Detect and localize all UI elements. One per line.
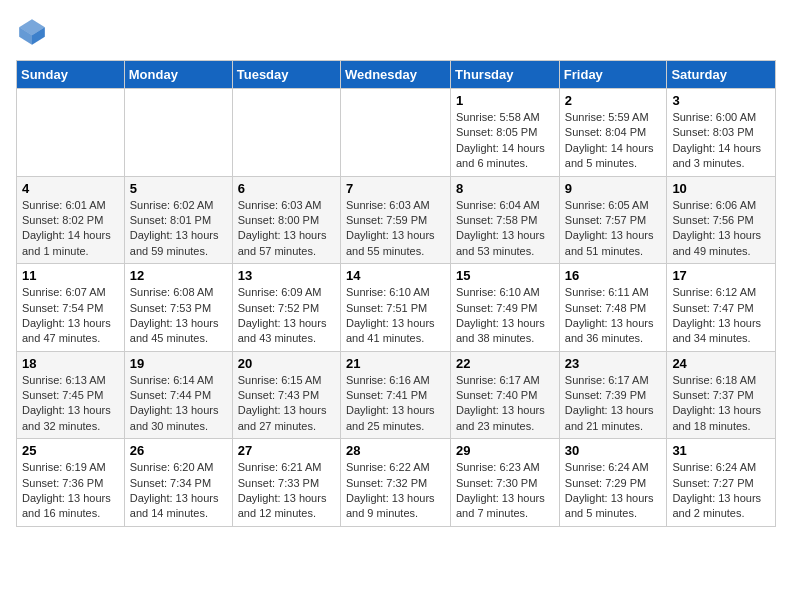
calendar-table: SundayMondayTuesdayWednesdayThursdayFrid…	[16, 60, 776, 527]
day-number: 6	[238, 181, 335, 196]
calendar-cell: 9Sunrise: 6:05 AM Sunset: 7:57 PM Daylig…	[559, 176, 667, 264]
calendar-cell: 25Sunrise: 6:19 AM Sunset: 7:36 PM Dayli…	[17, 439, 125, 527]
day-number: 19	[130, 356, 227, 371]
calendar-cell: 3Sunrise: 6:00 AM Sunset: 8:03 PM Daylig…	[667, 89, 776, 177]
calendar-cell: 6Sunrise: 6:03 AM Sunset: 8:00 PM Daylig…	[232, 176, 340, 264]
day-number: 23	[565, 356, 662, 371]
day-info: Sunrise: 6:15 AM Sunset: 7:43 PM Dayligh…	[238, 373, 335, 435]
day-number: 15	[456, 268, 554, 283]
weekday-header: Monday	[124, 61, 232, 89]
day-info: Sunrise: 6:09 AM Sunset: 7:52 PM Dayligh…	[238, 285, 335, 347]
day-number: 9	[565, 181, 662, 196]
calendar-cell: 4Sunrise: 6:01 AM Sunset: 8:02 PM Daylig…	[17, 176, 125, 264]
day-number: 18	[22, 356, 119, 371]
day-number: 2	[565, 93, 662, 108]
calendar-cell	[340, 89, 450, 177]
day-info: Sunrise: 6:11 AM Sunset: 7:48 PM Dayligh…	[565, 285, 662, 347]
calendar-cell: 31Sunrise: 6:24 AM Sunset: 7:27 PM Dayli…	[667, 439, 776, 527]
logo-icon	[16, 16, 48, 48]
day-number: 14	[346, 268, 445, 283]
day-number: 29	[456, 443, 554, 458]
day-info: Sunrise: 6:08 AM Sunset: 7:53 PM Dayligh…	[130, 285, 227, 347]
calendar-week-row: 25Sunrise: 6:19 AM Sunset: 7:36 PM Dayli…	[17, 439, 776, 527]
calendar-cell: 17Sunrise: 6:12 AM Sunset: 7:47 PM Dayli…	[667, 264, 776, 352]
day-number: 21	[346, 356, 445, 371]
day-info: Sunrise: 6:07 AM Sunset: 7:54 PM Dayligh…	[22, 285, 119, 347]
calendar-cell: 21Sunrise: 6:16 AM Sunset: 7:41 PM Dayli…	[340, 351, 450, 439]
weekday-header: Tuesday	[232, 61, 340, 89]
day-number: 1	[456, 93, 554, 108]
day-info: Sunrise: 6:14 AM Sunset: 7:44 PM Dayligh…	[130, 373, 227, 435]
calendar-cell: 13Sunrise: 6:09 AM Sunset: 7:52 PM Dayli…	[232, 264, 340, 352]
day-info: Sunrise: 6:10 AM Sunset: 7:49 PM Dayligh…	[456, 285, 554, 347]
day-number: 12	[130, 268, 227, 283]
day-number: 17	[672, 268, 770, 283]
day-number: 31	[672, 443, 770, 458]
calendar-cell: 30Sunrise: 6:24 AM Sunset: 7:29 PM Dayli…	[559, 439, 667, 527]
weekday-header: Thursday	[451, 61, 560, 89]
page-header	[16, 16, 776, 48]
weekday-header: Wednesday	[340, 61, 450, 89]
calendar-cell: 26Sunrise: 6:20 AM Sunset: 7:34 PM Dayli…	[124, 439, 232, 527]
calendar-cell	[17, 89, 125, 177]
calendar-cell: 18Sunrise: 6:13 AM Sunset: 7:45 PM Dayli…	[17, 351, 125, 439]
calendar-cell: 27Sunrise: 6:21 AM Sunset: 7:33 PM Dayli…	[232, 439, 340, 527]
calendar-cell	[124, 89, 232, 177]
day-info: Sunrise: 6:06 AM Sunset: 7:56 PM Dayligh…	[672, 198, 770, 260]
calendar-cell: 23Sunrise: 6:17 AM Sunset: 7:39 PM Dayli…	[559, 351, 667, 439]
day-info: Sunrise: 5:58 AM Sunset: 8:05 PM Dayligh…	[456, 110, 554, 172]
day-number: 22	[456, 356, 554, 371]
calendar-cell: 1Sunrise: 5:58 AM Sunset: 8:05 PM Daylig…	[451, 89, 560, 177]
day-number: 11	[22, 268, 119, 283]
day-info: Sunrise: 6:17 AM Sunset: 7:40 PM Dayligh…	[456, 373, 554, 435]
day-info: Sunrise: 6:12 AM Sunset: 7:47 PM Dayligh…	[672, 285, 770, 347]
day-number: 26	[130, 443, 227, 458]
calendar-cell: 20Sunrise: 6:15 AM Sunset: 7:43 PM Dayli…	[232, 351, 340, 439]
logo	[16, 16, 52, 48]
calendar-cell: 12Sunrise: 6:08 AM Sunset: 7:53 PM Dayli…	[124, 264, 232, 352]
day-number: 3	[672, 93, 770, 108]
day-number: 10	[672, 181, 770, 196]
day-info: Sunrise: 6:13 AM Sunset: 7:45 PM Dayligh…	[22, 373, 119, 435]
day-info: Sunrise: 6:20 AM Sunset: 7:34 PM Dayligh…	[130, 460, 227, 522]
calendar-cell: 2Sunrise: 5:59 AM Sunset: 8:04 PM Daylig…	[559, 89, 667, 177]
day-info: Sunrise: 6:18 AM Sunset: 7:37 PM Dayligh…	[672, 373, 770, 435]
day-number: 28	[346, 443, 445, 458]
day-info: Sunrise: 6:24 AM Sunset: 7:27 PM Dayligh…	[672, 460, 770, 522]
day-info: Sunrise: 6:04 AM Sunset: 7:58 PM Dayligh…	[456, 198, 554, 260]
day-info: Sunrise: 6:24 AM Sunset: 7:29 PM Dayligh…	[565, 460, 662, 522]
day-info: Sunrise: 6:03 AM Sunset: 7:59 PM Dayligh…	[346, 198, 445, 260]
calendar-week-row: 18Sunrise: 6:13 AM Sunset: 7:45 PM Dayli…	[17, 351, 776, 439]
calendar-cell: 7Sunrise: 6:03 AM Sunset: 7:59 PM Daylig…	[340, 176, 450, 264]
calendar-cell: 19Sunrise: 6:14 AM Sunset: 7:44 PM Dayli…	[124, 351, 232, 439]
day-number: 5	[130, 181, 227, 196]
calendar-week-row: 1Sunrise: 5:58 AM Sunset: 8:05 PM Daylig…	[17, 89, 776, 177]
day-info: Sunrise: 6:21 AM Sunset: 7:33 PM Dayligh…	[238, 460, 335, 522]
day-info: Sunrise: 6:22 AM Sunset: 7:32 PM Dayligh…	[346, 460, 445, 522]
day-info: Sunrise: 6:01 AM Sunset: 8:02 PM Dayligh…	[22, 198, 119, 260]
day-number: 27	[238, 443, 335, 458]
calendar-cell: 28Sunrise: 6:22 AM Sunset: 7:32 PM Dayli…	[340, 439, 450, 527]
day-info: Sunrise: 6:05 AM Sunset: 7:57 PM Dayligh…	[565, 198, 662, 260]
day-info: Sunrise: 6:17 AM Sunset: 7:39 PM Dayligh…	[565, 373, 662, 435]
day-number: 25	[22, 443, 119, 458]
calendar-cell: 5Sunrise: 6:02 AM Sunset: 8:01 PM Daylig…	[124, 176, 232, 264]
calendar-cell: 22Sunrise: 6:17 AM Sunset: 7:40 PM Dayli…	[451, 351, 560, 439]
day-number: 8	[456, 181, 554, 196]
weekday-header: Sunday	[17, 61, 125, 89]
day-info: Sunrise: 6:16 AM Sunset: 7:41 PM Dayligh…	[346, 373, 445, 435]
calendar-cell: 29Sunrise: 6:23 AM Sunset: 7:30 PM Dayli…	[451, 439, 560, 527]
day-number: 13	[238, 268, 335, 283]
calendar-week-row: 4Sunrise: 6:01 AM Sunset: 8:02 PM Daylig…	[17, 176, 776, 264]
day-info: Sunrise: 6:00 AM Sunset: 8:03 PM Dayligh…	[672, 110, 770, 172]
day-info: Sunrise: 6:10 AM Sunset: 7:51 PM Dayligh…	[346, 285, 445, 347]
day-info: Sunrise: 6:19 AM Sunset: 7:36 PM Dayligh…	[22, 460, 119, 522]
weekday-header: Friday	[559, 61, 667, 89]
calendar-cell: 14Sunrise: 6:10 AM Sunset: 7:51 PM Dayli…	[340, 264, 450, 352]
day-number: 4	[22, 181, 119, 196]
day-info: Sunrise: 6:23 AM Sunset: 7:30 PM Dayligh…	[456, 460, 554, 522]
day-info: Sunrise: 6:03 AM Sunset: 8:00 PM Dayligh…	[238, 198, 335, 260]
calendar-cell: 24Sunrise: 6:18 AM Sunset: 7:37 PM Dayli…	[667, 351, 776, 439]
calendar-header-row: SundayMondayTuesdayWednesdayThursdayFrid…	[17, 61, 776, 89]
day-info: Sunrise: 5:59 AM Sunset: 8:04 PM Dayligh…	[565, 110, 662, 172]
